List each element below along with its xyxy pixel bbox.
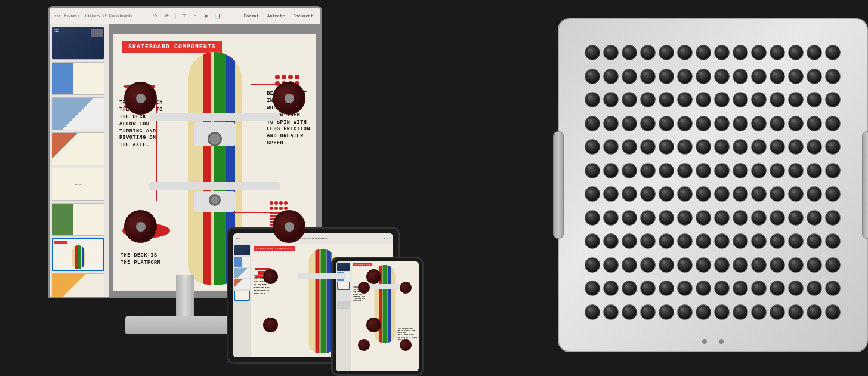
mac-pro-hole <box>751 257 767 273</box>
mac-pro-hole <box>677 163 693 178</box>
slide-thumb-1[interactable]: SKATEPARKS <box>52 27 104 60</box>
mac-pro-hole <box>585 139 600 155</box>
mac-pro-hole <box>696 139 711 155</box>
mac-pro-hole <box>733 45 748 60</box>
tablet-slide-title: skateboard components <box>254 246 295 251</box>
mac-pro-handle-left <box>553 131 564 239</box>
tablet-thumb-4[interactable] <box>234 279 250 289</box>
mac-pro-hole <box>696 257 711 273</box>
slide-thumb-2[interactable] <box>52 62 104 95</box>
mac-pro-hole <box>640 92 656 107</box>
mac-pro-hole <box>751 116 767 131</box>
tablet-toolbar: ●●● History of Skateboards ▶ ✦ ✦ <box>233 233 393 244</box>
slide-panel[interactable]: SKATEPARKS STYLE <box>50 24 109 298</box>
mac-pro-hole <box>622 281 637 296</box>
slide-thumb-6[interactable] <box>52 203 104 236</box>
mac-pro-hole <box>696 233 711 249</box>
mac-pro-hole <box>788 304 804 320</box>
mac-pro-hole <box>585 69 600 84</box>
mac-pro-hole <box>603 186 619 202</box>
mac-pro-hole <box>677 186 693 202</box>
mac-pro-hole <box>825 210 841 226</box>
slide-thumb-7-active[interactable]: skate comp <box>52 238 104 271</box>
mac-pro-hole <box>807 281 822 296</box>
toolbar-shapes[interactable]: ◻ <box>191 13 199 20</box>
deck-anno-line <box>172 238 208 238</box>
mac-pro-hole <box>714 69 730 84</box>
mac-pro-dot-2 <box>719 339 724 344</box>
mac-pro-hole <box>585 92 600 107</box>
mac-pro-hole <box>677 210 693 226</box>
mac-pro-hole <box>733 257 748 273</box>
phone-wheel-tl <box>358 282 370 294</box>
mac-pro-hole <box>659 92 674 107</box>
toolbar-undo[interactable]: ⟲ <box>151 13 159 20</box>
mac-pro-hole <box>751 139 767 155</box>
mac-pro-hole <box>640 69 656 84</box>
mac-pro-hole <box>733 69 748 84</box>
mac-pro-hole <box>603 210 619 226</box>
mac-pro-hole <box>770 210 785 226</box>
mac-pro-hole <box>659 186 674 202</box>
mac-pro-hole <box>696 210 711 226</box>
mac-pro-hole <box>825 116 841 131</box>
tablet-thumb-2[interactable] <box>234 257 250 267</box>
mac-pro-hole <box>659 45 674 60</box>
mac-pro-hole <box>659 163 674 178</box>
mac-pro-hole <box>733 163 748 178</box>
mac-pro-hole <box>714 257 730 273</box>
toolbar-format[interactable]: Format <box>242 13 261 20</box>
mac-pro-hole <box>751 69 767 84</box>
mac-pro-hole <box>788 281 804 296</box>
mac-pro-hole <box>770 45 785 60</box>
mac-pro-hole <box>714 139 730 155</box>
tablet-truck-bar <box>298 273 346 279</box>
mac-pro-bottom-bar <box>702 339 724 344</box>
mac-pro-hole <box>788 257 804 273</box>
tablet-wheel-tr <box>366 269 381 284</box>
mac-pro-hole <box>733 281 748 296</box>
mac-pro-hole <box>825 233 841 249</box>
tablet-thumb-1[interactable] <box>234 245 250 255</box>
mac-pro-hole <box>807 233 822 249</box>
tablet-thumb-3[interactable] <box>234 268 250 278</box>
mac-pro-hole <box>788 69 804 84</box>
slide-thumb-8[interactable] <box>52 273 104 298</box>
mac-pro-hole <box>677 69 693 84</box>
phone-thumb-active[interactable] <box>337 282 350 290</box>
mac-pro-hole <box>770 139 785 155</box>
phone-thumb-1[interactable] <box>337 263 350 271</box>
tablet-thumb-active[interactable] <box>234 291 250 301</box>
toolbar-redo[interactable]: ⟳ <box>163 13 171 20</box>
slide-thumb-5[interactable]: STYLE <box>52 168 104 201</box>
phone-thumb-4[interactable] <box>337 291 350 300</box>
mac-pro-hole <box>807 210 822 226</box>
mac-pro-hole <box>677 139 693 155</box>
mac-pro-hole <box>714 186 730 202</box>
phone-thumb-5[interactable] <box>337 301 350 309</box>
keynote-toolbar: ●●● Keynote History of Skateboards ⟲ ⟳ |… <box>50 8 320 24</box>
toolbar-chart[interactable]: 📊 <box>213 13 223 20</box>
mac-pro-hole <box>659 69 674 84</box>
mac-pro-hole <box>659 281 674 296</box>
mac-pro-hole <box>751 45 767 60</box>
toolbar-animate[interactable]: Animate <box>265 13 287 20</box>
mac-pro-hole <box>603 45 619 60</box>
mac-pro-handle-right <box>862 131 868 239</box>
slide-thumb-3[interactable] <box>52 97 104 130</box>
tablet-wheel-br <box>366 318 381 332</box>
mac-pro-hole <box>733 139 748 155</box>
mac-pro-hole <box>677 233 693 249</box>
mac-pro-hole <box>788 92 804 107</box>
mac-pro-hole <box>733 233 748 249</box>
mac-pro-hole <box>825 45 841 60</box>
truck-bolt-bottom <box>209 194 221 206</box>
mac-pro-hole <box>603 116 619 131</box>
toolbar-textbox[interactable]: T <box>181 13 188 20</box>
toolbar-table[interactable]: ▦ <box>202 13 209 20</box>
phone-main: skateboard comp TRUCKS ATTACHT <box>351 261 419 371</box>
mac-pro-hole <box>696 116 711 131</box>
mac-pro-hole <box>696 45 711 60</box>
toolbar-document[interactable]: Document <box>291 13 316 20</box>
slide-thumb-4[interactable] <box>52 132 104 165</box>
